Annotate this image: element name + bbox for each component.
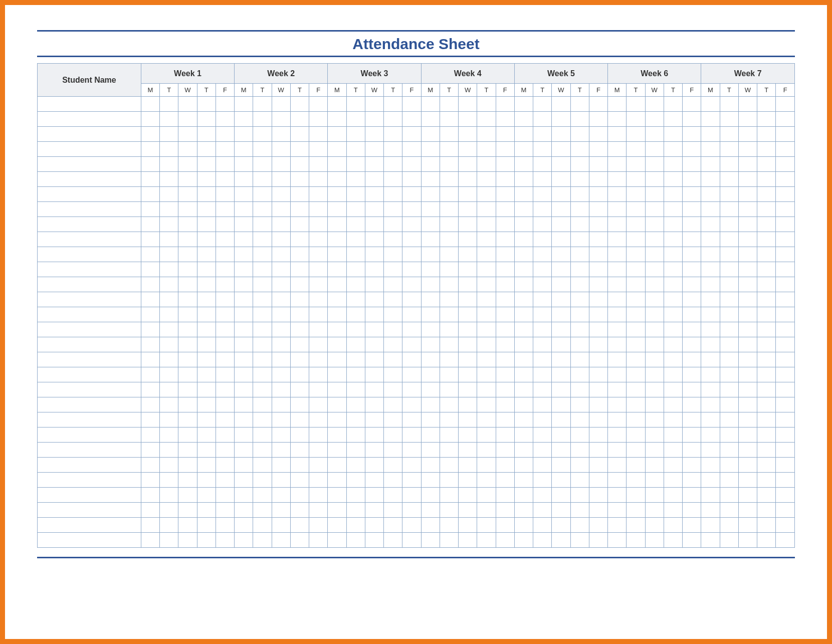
attendance-cell[interactable]: [477, 292, 496, 307]
attendance-cell[interactable]: [160, 172, 178, 187]
attendance-cell[interactable]: [141, 277, 159, 292]
attendance-cell[interactable]: [701, 262, 720, 277]
attendance-cell[interactable]: [178, 397, 197, 412]
attendance-cell[interactable]: [235, 142, 253, 157]
attendance-cell[interactable]: [328, 382, 346, 397]
attendance-cell[interactable]: [608, 142, 627, 157]
attendance-cell[interactable]: [738, 322, 757, 337]
attendance-cell[interactable]: [757, 142, 776, 157]
attendance-cell[interactable]: [141, 518, 159, 533]
attendance-cell[interactable]: [421, 427, 440, 443]
attendance-cell[interactable]: [477, 307, 496, 322]
attendance-cell[interactable]: [738, 262, 757, 277]
attendance-cell[interactable]: [570, 382, 589, 397]
attendance-cell[interactable]: [309, 157, 328, 172]
attendance-cell[interactable]: [384, 277, 402, 292]
attendance-cell[interactable]: [701, 397, 720, 412]
attendance-cell[interactable]: [402, 427, 421, 443]
attendance-cell[interactable]: [346, 427, 365, 443]
attendance-cell[interactable]: [346, 142, 365, 157]
attendance-cell[interactable]: [645, 277, 664, 292]
attendance-cell[interactable]: [141, 367, 159, 382]
attendance-cell[interactable]: [309, 262, 328, 277]
attendance-cell[interactable]: [290, 367, 309, 382]
attendance-cell[interactable]: [514, 322, 533, 337]
attendance-cell[interactable]: [253, 352, 272, 367]
attendance-cell[interactable]: [216, 157, 234, 172]
attendance-cell[interactable]: [272, 352, 290, 367]
attendance-cell[interactable]: [253, 382, 272, 397]
attendance-cell[interactable]: [776, 533, 795, 548]
attendance-cell[interactable]: [496, 262, 514, 277]
attendance-cell[interactable]: [160, 127, 178, 142]
attendance-cell[interactable]: [645, 518, 664, 533]
attendance-cell[interactable]: [514, 397, 533, 412]
attendance-cell[interactable]: [309, 202, 328, 217]
attendance-cell[interactable]: [589, 307, 607, 322]
attendance-cell[interactable]: [477, 322, 496, 337]
attendance-cell[interactable]: [608, 488, 627, 503]
attendance-cell[interactable]: [216, 187, 234, 202]
attendance-cell[interactable]: [141, 458, 159, 473]
attendance-cell[interactable]: [683, 232, 701, 247]
attendance-cell[interactable]: [197, 112, 216, 127]
attendance-cell[interactable]: [235, 127, 253, 142]
attendance-cell[interactable]: [683, 412, 701, 427]
attendance-cell[interactable]: [533, 277, 552, 292]
attendance-cell[interactable]: [216, 127, 234, 142]
attendance-cell[interactable]: [608, 97, 627, 112]
attendance-cell[interactable]: [421, 157, 440, 172]
attendance-cell[interactable]: [309, 232, 328, 247]
attendance-cell[interactable]: [776, 443, 795, 458]
attendance-cell[interactable]: [272, 187, 290, 202]
attendance-cell[interactable]: [365, 217, 383, 232]
attendance-cell[interactable]: [141, 352, 159, 367]
attendance-cell[interactable]: [627, 157, 645, 172]
attendance-cell[interactable]: [328, 352, 346, 367]
attendance-cell[interactable]: [160, 427, 178, 443]
attendance-cell[interactable]: [645, 337, 664, 352]
attendance-cell[interactable]: [365, 533, 383, 548]
attendance-cell[interactable]: [160, 277, 178, 292]
attendance-cell[interactable]: [309, 427, 328, 443]
attendance-cell[interactable]: [757, 322, 776, 337]
attendance-cell[interactable]: [253, 518, 272, 533]
attendance-cell[interactable]: [309, 397, 328, 412]
attendance-cell[interactable]: [365, 367, 383, 382]
attendance-cell[interactable]: [328, 127, 346, 142]
attendance-cell[interactable]: [570, 412, 589, 427]
attendance-cell[interactable]: [178, 518, 197, 533]
attendance-cell[interactable]: [235, 187, 253, 202]
attendance-cell[interactable]: [589, 518, 607, 533]
attendance-cell[interactable]: [346, 112, 365, 127]
attendance-cell[interactable]: [402, 307, 421, 322]
attendance-cell[interactable]: [160, 352, 178, 367]
attendance-cell[interactable]: [533, 503, 552, 518]
attendance-cell[interactable]: [664, 262, 682, 277]
student-name-cell[interactable]: [38, 232, 141, 247]
attendance-cell[interactable]: [290, 427, 309, 443]
attendance-cell[interactable]: [533, 412, 552, 427]
attendance-cell[interactable]: [402, 277, 421, 292]
attendance-cell[interactable]: [664, 172, 682, 187]
attendance-cell[interactable]: [589, 187, 607, 202]
attendance-cell[interactable]: [309, 292, 328, 307]
attendance-cell[interactable]: [664, 458, 682, 473]
attendance-cell[interactable]: [402, 337, 421, 352]
attendance-cell[interactable]: [552, 322, 570, 337]
attendance-cell[interactable]: [253, 157, 272, 172]
attendance-cell[interactable]: [496, 382, 514, 397]
attendance-cell[interactable]: [738, 533, 757, 548]
attendance-cell[interactable]: [421, 458, 440, 473]
attendance-cell[interactable]: [440, 307, 458, 322]
attendance-cell[interactable]: [514, 443, 533, 458]
attendance-cell[interactable]: [160, 187, 178, 202]
attendance-cell[interactable]: [720, 172, 738, 187]
attendance-cell[interactable]: [645, 127, 664, 142]
attendance-cell[interactable]: [664, 292, 682, 307]
attendance-cell[interactable]: [384, 142, 402, 157]
attendance-cell[interactable]: [701, 473, 720, 488]
attendance-cell[interactable]: [701, 292, 720, 307]
attendance-cell[interactable]: [533, 458, 552, 473]
attendance-cell[interactable]: [514, 337, 533, 352]
